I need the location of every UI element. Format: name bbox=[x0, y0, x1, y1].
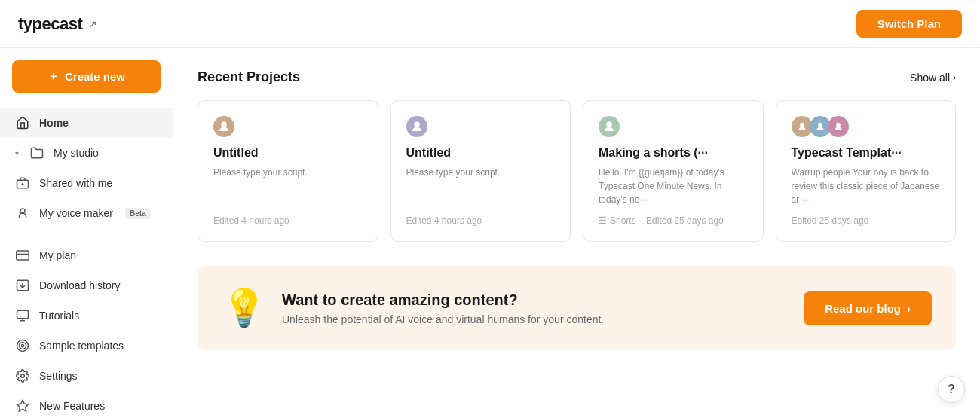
main-layout: ＋ Create new Home ▾ My studio Shared wit… bbox=[0, 48, 980, 418]
card-title-1: Untitled bbox=[213, 146, 363, 160]
logo-text: typecast bbox=[18, 14, 82, 34]
sidebar-item-my-studio-label: My studio bbox=[54, 147, 99, 159]
sidebar-item-download-history[interactable]: Download history bbox=[0, 270, 173, 301]
help-button[interactable]: ? bbox=[938, 376, 965, 403]
app-header: typecast ↗ Switch Plan bbox=[0, 0, 980, 48]
show-all-label: Show all bbox=[910, 72, 950, 84]
chevron-right-blog-icon: › bbox=[907, 302, 911, 315]
card-type-badge-3: ☰ Shorts · bbox=[599, 215, 642, 226]
svg-point-13 bbox=[22, 345, 24, 347]
sidebar-item-shared-with-me[interactable]: Shared with me bbox=[0, 168, 173, 198]
card-type-label-3: Shorts bbox=[610, 215, 636, 226]
avatar-3 bbox=[599, 116, 620, 137]
card-edited-3: Edited 25 days ago bbox=[646, 215, 724, 226]
shorts-icon: ☰ bbox=[599, 215, 607, 226]
project-card-3[interactable]: Making a shorts (··· Hello. I'm {{gueɪja… bbox=[583, 100, 764, 242]
sidebar-item-my-plan-label: My plan bbox=[39, 249, 76, 261]
project-card-2[interactable]: Untitled Please type your script. Edited… bbox=[390, 100, 571, 242]
sidebar-item-home-label: Home bbox=[39, 117, 69, 129]
read-blog-label: Read our blog bbox=[825, 302, 901, 315]
svg-point-18 bbox=[606, 121, 612, 127]
svg-point-12 bbox=[20, 343, 26, 349]
card-edited-2: Edited 4 hours ago bbox=[406, 215, 482, 226]
card-avatars-1 bbox=[213, 116, 363, 137]
projects-grid: Untitled Please type your script. Edited… bbox=[198, 100, 956, 242]
person-mic-icon bbox=[15, 206, 30, 221]
sidebar-item-sample-templates[interactable]: Sample templates bbox=[0, 331, 173, 361]
card-separator: · bbox=[639, 215, 642, 226]
recent-projects-title: Recent Projects bbox=[198, 69, 300, 85]
show-all-button[interactable]: Show all › bbox=[910, 72, 956, 84]
project-card-4[interactable]: Typecast Templat··· Warrup people Your b… bbox=[776, 100, 957, 242]
card-edited-4: Edited 25 days ago bbox=[792, 215, 869, 226]
avatar-2 bbox=[406, 116, 427, 137]
svg-marker-15 bbox=[17, 401, 29, 411]
sidebar: ＋ Create new Home ▾ My studio Shared wit… bbox=[0, 48, 173, 418]
plus-icon: ＋ bbox=[47, 69, 59, 84]
monitor-icon bbox=[15, 308, 30, 323]
sidebar-item-settings[interactable]: Settings bbox=[0, 361, 173, 391]
credit-card-icon bbox=[15, 248, 30, 263]
sidebar-item-voice-maker-label: My voice maker bbox=[39, 207, 113, 219]
beta-badge: Beta bbox=[125, 208, 151, 219]
sidebar-item-my-studio[interactable]: ▾ My studio bbox=[0, 138, 173, 168]
svg-point-17 bbox=[414, 121, 420, 127]
chevron-right-icon: › bbox=[953, 72, 956, 83]
avatar-1 bbox=[213, 116, 234, 137]
card-script-2: Please type your script. bbox=[406, 166, 556, 179]
sidebar-item-my-voice-maker[interactable]: My voice maker Beta bbox=[0, 198, 173, 228]
card-top-2: Untitled Please type your script. bbox=[406, 116, 556, 215]
project-card-1[interactable]: Untitled Please type your script. Edited… bbox=[198, 100, 378, 242]
sidebar-item-templates-label: Sample templates bbox=[39, 340, 124, 352]
svg-rect-8 bbox=[17, 310, 29, 319]
card-avatars-4 bbox=[792, 116, 941, 137]
card-edited-1: Edited 4 hours ago bbox=[213, 215, 289, 226]
star-icon bbox=[15, 398, 30, 413]
main-content: Recent Projects Show all › Untitled Plea… bbox=[173, 48, 980, 418]
blog-banner: 💡 Want to create amazing content? Unleas… bbox=[198, 266, 956, 350]
sidebar-item-my-plan[interactable]: My plan bbox=[0, 240, 173, 270]
sidebar-item-new-features[interactable]: New Features bbox=[0, 391, 173, 418]
card-title-2: Untitled bbox=[406, 146, 556, 160]
card-avatars-2 bbox=[406, 116, 556, 137]
blog-text-area: Want to create amazing content? Unleash … bbox=[282, 291, 604, 325]
avatar-4c bbox=[828, 116, 849, 137]
sidebar-item-download-label: Download history bbox=[39, 279, 120, 291]
card-top-4: Typecast Templat··· Warrup people Your b… bbox=[792, 116, 941, 215]
target-icon bbox=[15, 338, 30, 353]
recent-projects-header: Recent Projects Show all › bbox=[198, 69, 956, 85]
card-footer-2: Edited 4 hours ago bbox=[406, 215, 556, 226]
card-avatars-3 bbox=[599, 116, 748, 137]
read-our-blog-button[interactable]: Read our blog › bbox=[804, 291, 932, 325]
svg-rect-4 bbox=[17, 251, 29, 260]
card-top-1: Untitled Please type your script. bbox=[213, 116, 363, 215]
sidebar-item-tutorials-label: Tutorials bbox=[39, 310, 79, 322]
person-share-icon bbox=[15, 175, 30, 191]
svg-point-20 bbox=[818, 123, 822, 127]
chevron-icon: ▾ bbox=[15, 149, 19, 157]
svg-point-21 bbox=[836, 123, 841, 127]
card-footer-1: Edited 4 hours ago bbox=[213, 215, 363, 226]
card-title-3: Making a shorts (··· bbox=[599, 146, 748, 160]
create-new-button[interactable]: ＋ Create new bbox=[12, 60, 161, 93]
logo-area: typecast ↗ bbox=[18, 14, 97, 34]
help-label: ? bbox=[948, 383, 955, 396]
card-title-4: Typecast Templat··· bbox=[792, 146, 941, 160]
card-footer-4: Edited 25 days ago bbox=[792, 215, 941, 226]
gear-icon bbox=[15, 368, 30, 383]
blog-emoji: 💡 bbox=[222, 287, 267, 329]
svg-point-14 bbox=[21, 374, 25, 378]
blog-subtitle: Unleash the potential of AI voice and vi… bbox=[282, 313, 604, 325]
card-script-1: Please type your script. bbox=[213, 166, 363, 179]
sidebar-item-settings-label: Settings bbox=[39, 370, 78, 382]
sidebar-item-shared-label: Shared with me bbox=[39, 177, 112, 189]
folder-icon bbox=[29, 145, 44, 160]
svg-point-19 bbox=[800, 123, 804, 127]
card-top-3: Making a shorts (··· Hello. I'm {{gueɪja… bbox=[599, 116, 748, 215]
sidebar-item-tutorials[interactable]: Tutorials bbox=[0, 301, 173, 331]
card-script-4: Warrup people Your boy is back to review… bbox=[792, 166, 941, 206]
svg-point-16 bbox=[221, 121, 227, 127]
card-script-3: Hello. I'm {{gueɪjam}} of today's Typeca… bbox=[599, 166, 748, 206]
switch-plan-button[interactable]: Switch Plan bbox=[856, 10, 962, 38]
sidebar-item-home[interactable]: Home bbox=[0, 108, 173, 138]
